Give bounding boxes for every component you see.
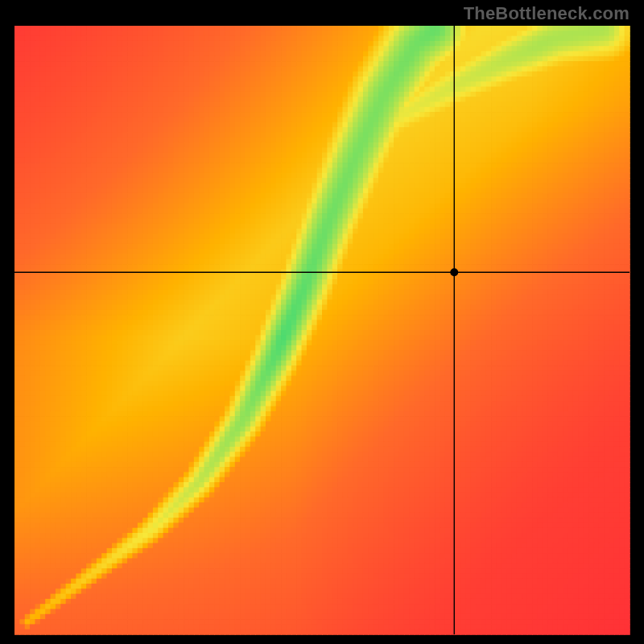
watermark-label: TheBottleneck.com xyxy=(464,3,630,24)
heatmap-canvas xyxy=(0,0,644,644)
chart-stage: TheBottleneck.com xyxy=(0,0,644,644)
